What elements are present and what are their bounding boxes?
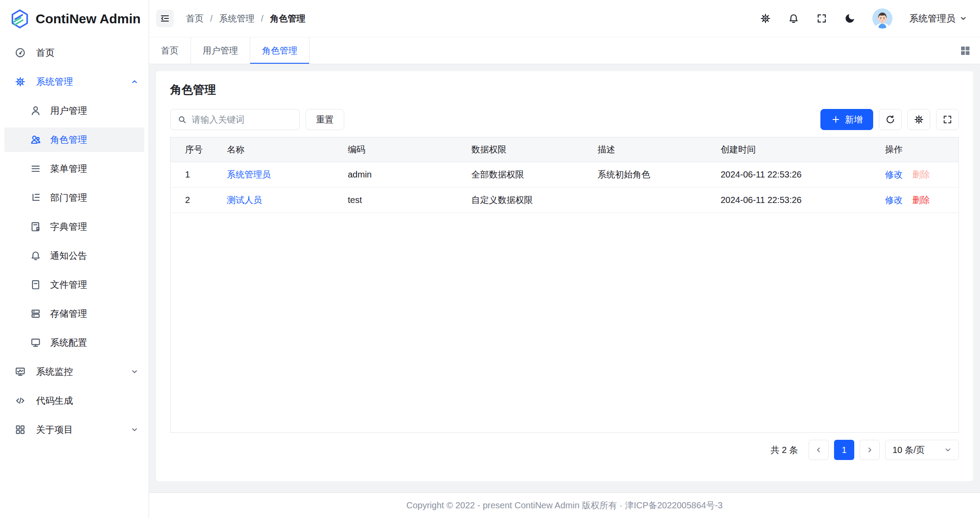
dark-mode-moon-icon[interactable] <box>844 13 856 24</box>
tab-label: 用户管理 <box>203 45 238 57</box>
sidebar: ContiNew Admin 首页 系统管理 <box>0 0 149 518</box>
breadcrumb: 首页 / 系统管理 / 角色管理 <box>186 13 305 25</box>
sidebar-item-system-management[interactable]: 系统管理 <box>4 69 144 94</box>
user-avatar[interactable] <box>872 8 893 29</box>
column-header-description: 描述 <box>590 138 713 162</box>
delete-link[interactable]: 删除 <box>912 194 930 206</box>
chevron-down-icon <box>131 368 138 375</box>
column-header-code: 编码 <box>340 138 463 162</box>
cell-scope: 自定义数据权限 <box>463 187 590 213</box>
sidebar-item-code-generation[interactable]: 代码生成 <box>4 388 144 413</box>
table-fullscreen-button[interactable] <box>936 109 959 130</box>
breadcrumb-home[interactable]: 首页 <box>186 13 204 25</box>
tab-list-grid-icon[interactable] <box>960 45 970 56</box>
sidebar-item-label: 角色管理 <box>50 134 138 146</box>
sidebar-item-label: 系统管理 <box>36 76 121 88</box>
cell-index: 2 <box>171 187 219 213</box>
next-page-button[interactable] <box>860 440 880 460</box>
menu-lines-icon <box>30 163 41 174</box>
cell-scope: 全部数据权限 <box>463 162 590 187</box>
breadcrumb-system-management[interactable]: 系统管理 <box>219 13 255 25</box>
column-settings-button[interactable] <box>907 109 930 130</box>
tab-home[interactable]: 首页 <box>149 37 191 64</box>
file-icon <box>30 279 41 290</box>
tab-label: 首页 <box>161 45 179 57</box>
sidebar-item-storage-management[interactable]: 存储管理 <box>4 301 144 326</box>
main-area: 首页 / 系统管理 / 角色管理 <box>149 0 980 518</box>
footer: Copyright © 2022 - present ContiNew Admi… <box>149 493 980 518</box>
tab-user-management[interactable]: 用户管理 <box>191 37 250 64</box>
prev-page-button[interactable] <box>809 440 829 460</box>
sidebar-item-label: 字典管理 <box>50 221 138 233</box>
sidebar-collapse-button[interactable] <box>156 10 174 27</box>
tab-bar: 首页 用户管理 角色管理 <box>149 37 980 64</box>
fullscreen-icon[interactable] <box>816 13 827 24</box>
sidebar-item-label: 系统监控 <box>36 366 121 378</box>
app-logo[interactable]: ContiNew Admin <box>0 0 149 37</box>
copyright-text: Copyright © 2022 - present ContiNew Admi… <box>406 500 723 511</box>
role-name-link[interactable]: 系统管理员 <box>227 170 271 179</box>
dictionary-icon <box>30 221 41 232</box>
sidebar-item-label: 系统配置 <box>50 337 138 349</box>
chevron-right-icon <box>866 446 873 453</box>
row-actions: 修改 删除 <box>885 194 951 206</box>
refresh-icon <box>885 114 896 125</box>
cell-description: 系统初始角色 <box>590 162 713 187</box>
sidebar-item-dept-management[interactable]: 部门管理 <box>4 185 144 210</box>
gear-icon <box>914 114 924 125</box>
app-title: ContiNew Admin <box>36 11 141 26</box>
sidebar-item-label: 关于项目 <box>36 424 121 436</box>
sidebar-item-label: 菜单管理 <box>50 163 138 175</box>
add-button-label: 新增 <box>845 114 863 126</box>
cell-created: 2024-06-11 22:53:26 <box>713 162 877 187</box>
sidebar-item-label: 用户管理 <box>50 105 138 117</box>
pagination-total: 共 2 条 <box>771 444 798 456</box>
page-size-select[interactable]: 10 条/页 <box>885 440 959 460</box>
cell-code: admin <box>340 162 463 187</box>
add-button[interactable]: 新增 <box>820 109 873 130</box>
notifications-bell-icon[interactable] <box>788 13 799 24</box>
toolbar: 重置 新增 <box>170 109 959 130</box>
page-number-button[interactable]: 1 <box>834 440 854 460</box>
sidebar-item-menu-management[interactable]: 菜单管理 <box>4 156 144 181</box>
code-icon <box>15 395 26 406</box>
refresh-button[interactable] <box>879 109 902 130</box>
sidebar-menu: 首页 系统管理 用户管理 <box>0 37 149 442</box>
sidebar-item-system-config[interactable]: 系统配置 <box>4 330 144 355</box>
collapse-icon <box>160 13 170 24</box>
sidebar-item-label: 通知公告 <box>50 250 138 262</box>
column-header-actions: 操作 <box>877 138 958 162</box>
sidebar-item-file-management[interactable]: 文件管理 <box>4 272 144 297</box>
topbar-actions: 系统管理员 <box>760 8 967 29</box>
reset-button[interactable]: 重置 <box>306 109 344 130</box>
column-header-name: 名称 <box>219 138 340 162</box>
role-management-card: 角色管理 重置 新增 <box>156 71 973 481</box>
monitor-icon <box>30 337 41 348</box>
sidebar-item-home[interactable]: 首页 <box>4 40 144 65</box>
users-icon <box>30 134 41 145</box>
cell-description <box>590 187 713 213</box>
user-name: 系统管理员 <box>909 12 955 25</box>
search-icon <box>177 115 187 124</box>
edit-link[interactable]: 修改 <box>885 194 903 206</box>
table-row: 2 测试人员 test 自定义数据权限 2024-06-11 22:53:26 … <box>171 187 958 213</box>
sidebar-item-role-management[interactable]: 角色管理 <box>4 127 144 152</box>
sidebar-item-about-project[interactable]: 关于项目 <box>4 417 144 442</box>
sidebar-item-notice[interactable]: 通知公告 <box>4 243 144 268</box>
gear-icon <box>15 76 26 87</box>
role-name-link[interactable]: 测试人员 <box>227 195 262 205</box>
breadcrumb-current: 角色管理 <box>270 13 305 25</box>
settings-icon[interactable] <box>760 13 771 24</box>
tab-role-management[interactable]: 角色管理 <box>250 37 310 64</box>
sidebar-item-dict-management[interactable]: 字典管理 <box>4 214 144 239</box>
row-actions: 修改 删除 <box>885 169 951 181</box>
bell-icon <box>30 250 41 261</box>
sidebar-item-user-management[interactable]: 用户管理 <box>4 98 144 123</box>
edit-link[interactable]: 修改 <box>885 169 903 181</box>
sidebar-item-system-monitor[interactable]: 系统监控 <box>4 359 144 384</box>
chevron-down-icon <box>944 446 951 453</box>
search-input[interactable] <box>192 115 293 125</box>
table-row: 1 系统管理员 admin 全部数据权限 系统初始角色 2024-06-11 2… <box>171 162 958 187</box>
column-header-scope: 数据权限 <box>463 138 590 162</box>
user-menu[interactable]: 系统管理员 <box>909 12 967 25</box>
